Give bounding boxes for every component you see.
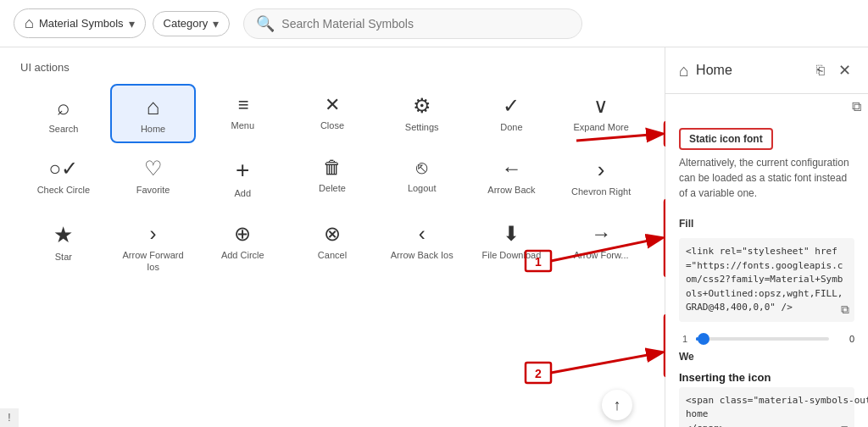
arrow-forward-glyph: → (591, 224, 611, 244)
icon-label-menu: Menu (231, 119, 255, 131)
expand-more-glyph: ∨ (593, 96, 609, 116)
icon-star[interactable]: ★ Star (20, 212, 107, 282)
icon-label-check-circle: Check Circle (37, 184, 90, 196)
icon-grid-area: UI actions ⌕ Search ⌂ Home ≡ Menu ✕ Clos… (0, 47, 665, 427)
chevron-right-glyph: › (598, 158, 605, 180)
add-glyph: + (236, 158, 249, 182)
icon-label-arrow-forward-ios: Arrow Forward Ios (119, 249, 188, 274)
icon-add[interactable]: + Add (199, 147, 286, 208)
panel-header: ⌂ Home ⎗ ✕ (665, 47, 868, 94)
icon-done[interactable]: ✓ Done (469, 84, 555, 143)
static-font-section: Static icon font Alternatively, the curr… (665, 119, 868, 216)
code-block-span: <span class="material-symbols-outlined">… (679, 387, 854, 428)
topbar: ⌂ Material Symbols ▾ Category ▾ 🔍 (0, 0, 868, 47)
icon-arrow-back[interactable]: ← Arrow Back (469, 147, 555, 208)
slider-1-label: 1 (679, 334, 691, 344)
favorite-glyph: ♡ (144, 158, 163, 179)
copy-code-span-button[interactable]: ⧉ (839, 421, 851, 427)
close-panel-icon[interactable]: ✕ (835, 58, 854, 83)
icon-file-download[interactable]: ⬇ File Download (469, 212, 555, 282)
code-block-1-section: <link rel="stylesheet" href="https://fon… (665, 230, 868, 334)
logout-glyph: ⎋ (416, 158, 427, 177)
cancel-glyph: ⊗ (324, 224, 341, 244)
icon-arrow-forward[interactable]: → Arrow Forw... (558, 212, 644, 282)
slider-1-row: 1 0 (665, 334, 868, 347)
scroll-up-button[interactable]: ↑ (602, 390, 632, 420)
icon-label-cancel: Cancel (318, 249, 347, 261)
icon-favorite[interactable]: ♡ Favorite (110, 147, 197, 208)
icon-arrow-forward-ios[interactable]: › Arrow Forward Ios (110, 212, 197, 282)
icon-delete[interactable]: 🗑 Delete (289, 147, 376, 208)
settings-glyph: ⚙ (413, 96, 431, 116)
right-panel: ⌂ Home ⎗ ✕ ⧉ Static icon font Alternativ… (665, 47, 868, 427)
arrow-up-icon: ↑ (614, 396, 621, 414)
material-symbols-chip[interactable]: ⌂ Material Symbols ▾ (14, 8, 146, 38)
icon-settings[interactable]: ⚙ Settings (379, 84, 465, 143)
status-bar[interactable]: ! (0, 408, 19, 427)
done-glyph: ✓ (503, 96, 520, 116)
inserting-label: Inserting the icon (679, 371, 854, 384)
icon-label-add: Add (234, 187, 251, 199)
icon-grid: ⌕ Search ⌂ Home ≡ Menu ✕ Close ⚙ Setting… (20, 84, 644, 281)
file-download-glyph: ⬇ (503, 224, 520, 244)
search-glyph: ⌕ (57, 96, 70, 118)
icon-expand-more[interactable]: ∨ Expand More (558, 84, 644, 143)
icon-label-logout: Logout (408, 182, 437, 194)
fill-label: Fill (665, 216, 868, 230)
icon-search[interactable]: ⌕ Search (20, 84, 107, 143)
status-icon: ! (8, 412, 10, 424)
icon-add-circle[interactable]: ⊕ Add Circle (199, 212, 286, 282)
slider-1-track[interactable] (696, 337, 829, 341)
arrow-back-glyph: ← (501, 158, 521, 179)
share-icon[interactable]: ⎗ (813, 59, 828, 81)
category-chip[interactable]: Category ▾ (153, 11, 231, 36)
delete-glyph: 🗑 (323, 158, 342, 177)
icon-home[interactable]: ⌂ Home (110, 84, 197, 143)
star-glyph: ★ (53, 224, 73, 246)
icon-label-favorite: Favorite (136, 184, 170, 196)
home-icon-small: ⌂ (25, 14, 34, 32)
chevron-down-icon-cat: ▾ (213, 17, 219, 30)
static-font-button[interactable]: Static icon font (679, 128, 773, 150)
menu-glyph: ≡ (238, 96, 248, 114)
icon-close[interactable]: ✕ Close (289, 84, 376, 143)
slider-1-value: 0 (834, 334, 854, 344)
icon-label-done: Done (500, 121, 522, 133)
arrow-forward-ios-glyph: › (150, 224, 157, 244)
arrow-back-ios-glyph: ‹ (419, 224, 426, 244)
icon-label-arrow-back-ios: Arrow Back Ios (391, 249, 453, 261)
search-icon: 🔍 (256, 14, 275, 33)
icon-arrow-back-ios[interactable]: ‹ Arrow Back Ios (379, 212, 465, 282)
icon-label-star: Star (55, 251, 72, 263)
icon-check-circle[interactable]: ○✓ Check Circle (20, 147, 107, 208)
copy-icon-top[interactable]: ⧉ (852, 99, 861, 114)
icon-label-delete: Delete (319, 182, 346, 194)
static-font-desc: Alternatively, the current configuration… (679, 155, 854, 201)
icon-label-add-circle: Add Circle (221, 249, 264, 261)
icon-menu[interactable]: ≡ Menu (199, 84, 286, 143)
panel-title: Home (696, 63, 806, 78)
panel-top-copy-area: ⧉ (665, 94, 868, 119)
inserting-icon-section: Inserting the icon <span class="material… (665, 363, 868, 428)
close-glyph: ✕ (325, 96, 340, 114)
icon-cancel[interactable]: ⊗ Cancel (289, 212, 376, 282)
icon-label-expand-more: Expand More (573, 121, 628, 133)
icon-label-home: Home (141, 123, 165, 135)
icon-label-chevron-right: Chevron Right (571, 186, 631, 197)
icon-label-close: Close (320, 119, 344, 131)
icon-label-search: Search (48, 123, 78, 135)
section-label: UI actions (20, 61, 644, 74)
main-layout: UI actions ⌕ Search ⌂ Home ≡ Menu ✕ Clos… (0, 47, 868, 427)
icon-label-arrow-back: Arrow Back (487, 184, 535, 196)
copy-code-link-button[interactable]: ⧉ (839, 301, 851, 319)
icon-logout[interactable]: ⎋ Logout (379, 147, 465, 208)
weight-label: We (665, 347, 868, 363)
category-label: Category (164, 17, 209, 30)
chevron-down-icon: ▾ (129, 17, 135, 30)
search-input[interactable] (281, 17, 570, 30)
icon-label-arrow-forward: Arrow Forw... (574, 249, 629, 261)
search-bar[interactable]: 🔍 (243, 8, 582, 39)
panel-home-icon: ⌂ (679, 61, 689, 80)
code-block-link: <link rel="stylesheet" href="https://fon… (679, 238, 854, 322)
icon-chevron-right[interactable]: › Chevron Right (558, 147, 644, 208)
